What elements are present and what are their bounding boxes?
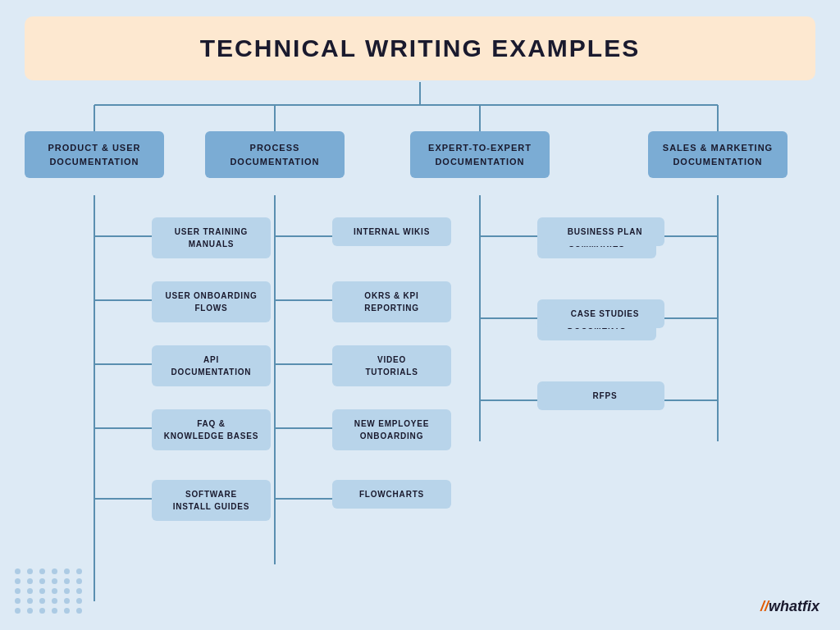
child-okrs-kpi: OKRS & KPIREPORTING bbox=[332, 281, 451, 322]
child-internal-wikis: INTERNAL WIKIS bbox=[332, 217, 451, 246]
cat-box-product: PRODUCT & USERDOCUMENTATION bbox=[25, 131, 164, 178]
category-process: PROCESSDOCUMENTATION bbox=[205, 131, 345, 178]
child-software-install: SOFTWAREINSTALL GUIDES bbox=[152, 480, 271, 521]
child-flowcharts: FLOWCHARTS bbox=[332, 480, 451, 509]
child-user-training: USER TRAININGMANUALS bbox=[152, 217, 271, 258]
child-business-plan: BUSINESS PLAN bbox=[546, 217, 664, 246]
cat-box-process: PROCESSDOCUMENTATION bbox=[205, 131, 345, 178]
cat-box-sales: SALES & MARKETINGDOCUMENTATION bbox=[648, 131, 788, 178]
child-case-studies: CASE STUDIES bbox=[546, 299, 664, 328]
main-container: TECHNICAL WRITING EXAMPLES bbox=[0, 0, 840, 630]
child-new-employee: NEW EMPLOYEEONBOARDING bbox=[332, 409, 451, 450]
child-faq: FAQ &KNOWLEDGE BASES bbox=[152, 409, 271, 450]
dots-decoration bbox=[15, 568, 84, 614]
child-user-onboarding: USER ONBOARDINGFLOWS bbox=[152, 281, 271, 322]
category-product: PRODUCT & USERDOCUMENTATION bbox=[25, 131, 164, 178]
category-sales: SALES & MARKETINGDOCUMENTATION bbox=[648, 131, 788, 178]
diagram-layout: PRODUCT & USERDOCUMENTATION PROCESSDOCUM… bbox=[25, 80, 815, 630]
logo-text: whatfix bbox=[769, 598, 819, 614]
child-video-tutorials: VIDEOTUTORIALS bbox=[332, 345, 451, 386]
category-expert: EXPERT-TO-EXPERTDOCUMENTATION bbox=[410, 131, 550, 178]
child-api-doc: APIDOCUMENTATION bbox=[152, 345, 271, 386]
child-rfps: RFPS bbox=[546, 381, 664, 410]
page-title: TECHNICAL WRITING EXAMPLES bbox=[57, 34, 783, 62]
cat-box-expert: EXPERT-TO-EXPERTDOCUMENTATION bbox=[410, 131, 550, 178]
logo-slashes: // bbox=[760, 598, 769, 614]
title-box: TECHNICAL WRITING EXAMPLES bbox=[25, 16, 815, 80]
whatfix-logo: //whatfix bbox=[760, 598, 819, 615]
